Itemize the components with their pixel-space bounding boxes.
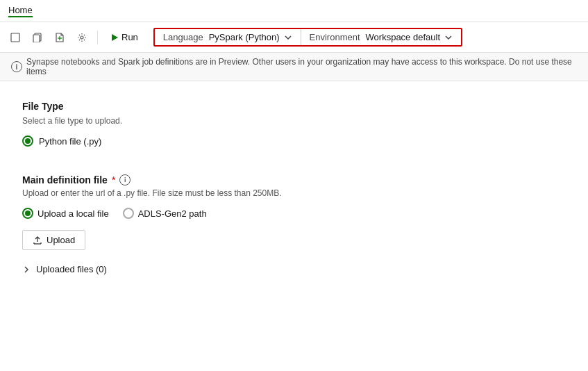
run-label: Run: [121, 32, 138, 42]
main-def-subtitle: Upload or enter the url of a .py file. F…: [22, 188, 566, 198]
svg-rect-0: [11, 33, 19, 42]
upload-local-radio[interactable]: [22, 208, 33, 219]
language-section: Language PySpark (Python): [155, 29, 301, 45]
toolbar-divider: [97, 31, 98, 44]
upload-options: Upload a local file ADLS-Gen2 path: [22, 208, 566, 219]
page-title: Home: [8, 5, 33, 15]
field-label-row: Main definition file * i: [22, 174, 566, 186]
main-def-info-icon[interactable]: i: [119, 174, 131, 186]
file-type-title: File Type: [22, 101, 566, 112]
main-content: File Type Select a file type to upload. …: [0, 81, 588, 294]
upload-local-option[interactable]: Upload a local file: [22, 208, 109, 219]
upload-local-label: Upload a local file: [37, 208, 109, 219]
uploaded-files-row[interactable]: Uploaded files (0): [22, 264, 566, 274]
radio-selected-indicator: [25, 211, 31, 216]
undo-icon: [10, 33, 20, 42]
svg-rect-2: [33, 35, 40, 42]
run-button[interactable]: Run: [103, 29, 145, 45]
lang-env-group: Language PySpark (Python) Environment Wo…: [153, 28, 462, 47]
main-def-section: Main definition file * i Upload or enter…: [22, 174, 566, 274]
info-message: Synapse notebooks and Spark job definiti…: [26, 57, 577, 76]
python-file-radio[interactable]: [22, 135, 33, 147]
section-divider: [22, 160, 566, 174]
uploaded-files-label: Uploaded files (0): [36, 264, 107, 274]
environment-label: Environment: [310, 32, 360, 42]
chevron-right-icon: [22, 265, 31, 274]
copy-icon-button[interactable]: [28, 28, 47, 47]
chevron-down-icon: [284, 33, 292, 42]
title-bar: Home: [0, 0, 588, 22]
upload-btn-label: Upload: [47, 235, 75, 245]
info-bar: i Synapse notebooks and Spark job defini…: [0, 53, 588, 81]
copy-icon: [33, 33, 42, 42]
info-icon: i: [11, 61, 22, 72]
run-icon: [110, 33, 119, 42]
file-type-radio-group: Python file (.py): [22, 135, 566, 147]
radio-selected-indicator: [25, 138, 31, 144]
language-label: Language: [163, 32, 203, 42]
language-value: PySpark (Python): [209, 32, 280, 42]
adls-label: ADLS-Gen2 path: [138, 208, 207, 219]
adls-option[interactable]: ADLS-Gen2 path: [123, 208, 207, 219]
settings-icon-button[interactable]: [72, 28, 92, 47]
file-type-section: File Type Select a file type to upload. …: [22, 101, 566, 147]
svg-point-5: [81, 36, 83, 39]
upload-button[interactable]: Upload: [22, 230, 85, 250]
undo-icon-button[interactable]: [6, 28, 25, 47]
new-file-icon: [55, 33, 65, 42]
main-def-title: Main definition file: [22, 174, 108, 186]
environment-dropdown[interactable]: Workspace default: [366, 32, 453, 42]
toolbar: Run Language PySpark (Python) Environmen…: [0, 22, 588, 53]
environment-section: Environment Workspace default: [301, 29, 461, 45]
settings-icon: [77, 33, 87, 42]
upload-icon: [33, 236, 42, 245]
file-type-subtitle: Select a file type to upload.: [22, 116, 566, 126]
chevron-down-icon: [444, 33, 453, 42]
environment-value: Workspace default: [366, 32, 440, 42]
new-file-icon-button[interactable]: [50, 28, 69, 47]
required-star: *: [112, 174, 115, 186]
adls-radio[interactable]: [123, 208, 134, 219]
python-file-label: Python file (.py): [39, 136, 101, 147]
language-dropdown[interactable]: PySpark (Python): [209, 32, 292, 42]
